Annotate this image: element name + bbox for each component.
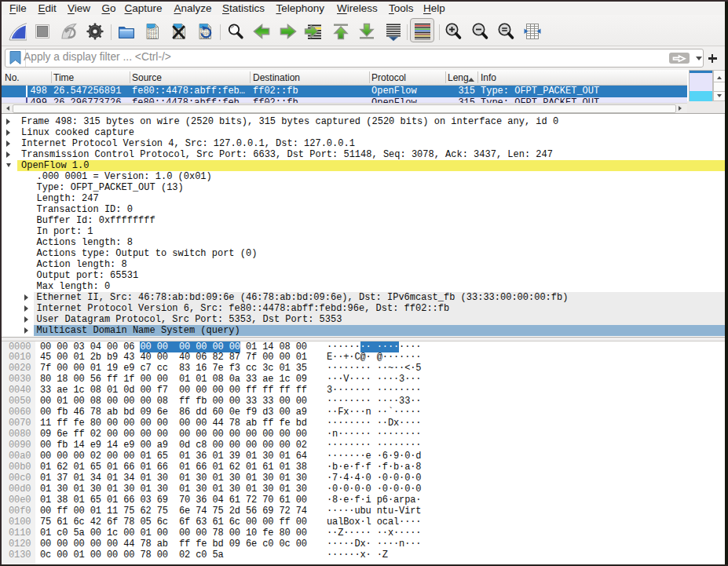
svg-text:0111: 0111 (148, 35, 157, 40)
